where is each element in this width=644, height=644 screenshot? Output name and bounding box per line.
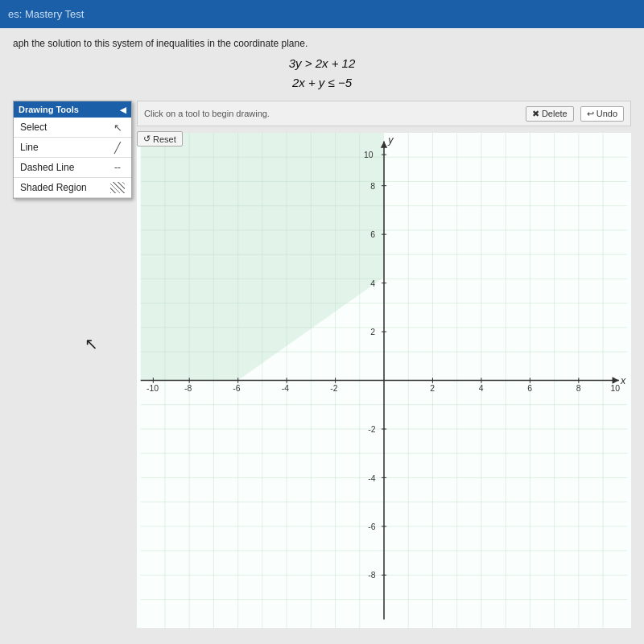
mouse-cursor: ↖ — [85, 334, 98, 353]
graph-svg: x y -8 -6 -4 -2 2 4 6 8 -10 10 — [137, 133, 631, 628]
toolbar-area: Click on a tool to begin drawing. ✖ Dele… — [137, 101, 631, 126]
drawing-tools-header: Drawing Tools ◀ — [14, 101, 131, 118]
tool-dashed-line[interactable]: Dashed Line — [14, 158, 131, 178]
drawing-tools-panel: Drawing Tools ◀ Select Line Dashed Line … — [13, 101, 132, 199]
reset-button[interactable]: ↺ Reset — [137, 131, 183, 147]
tool-select-label: Select — [20, 122, 47, 133]
svg-text:-6: -6 — [368, 522, 375, 531]
top-bar: es: Mastery Test — [0, 0, 644, 28]
tool-dashed-label: Dashed Line — [20, 162, 74, 173]
select-icon — [110, 122, 125, 133]
svg-text:4: 4 — [370, 279, 375, 288]
x-axis-label: x — [620, 375, 626, 386]
line-icon — [110, 142, 125, 153]
svg-text:-8: -8 — [184, 384, 192, 393]
svg-text:-6: -6 — [233, 384, 240, 393]
main-content: aph the solution to this system of inequ… — [0, 28, 644, 644]
svg-text:-2: -2 — [330, 384, 337, 393]
undo-icon: ↩ — [587, 109, 594, 119]
drawing-tools-title: Drawing Tools — [19, 105, 79, 114]
toolbar-hint: Click on a tool to begin drawing. — [144, 109, 519, 118]
tool-shaded-region[interactable]: Shaded Region — [14, 178, 131, 198]
svg-text:-10: -10 — [147, 384, 159, 393]
top-bar-title: es: Mastery Test — [8, 8, 84, 20]
svg-text:8: 8 — [576, 384, 581, 393]
instructions-text: aph the solution to this system of inequ… — [13, 38, 631, 49]
svg-text:10: 10 — [364, 151, 374, 159]
y-axis-label: y — [387, 134, 394, 146]
svg-text:6: 6 — [370, 230, 375, 239]
svg-text:-4: -4 — [282, 384, 289, 393]
svg-text:6: 6 — [527, 384, 532, 393]
shaded-region-icon — [110, 182, 125, 193]
dashed-line-icon — [110, 162, 125, 173]
svg-text:-2: -2 — [368, 425, 375, 434]
equation-line2: 2x + y ≤ −5 — [13, 73, 631, 93]
svg-text:2: 2 — [430, 384, 435, 393]
svg-text:-8: -8 — [368, 572, 375, 580]
delete-label: Delete — [542, 109, 568, 118]
svg-text:8: 8 — [370, 182, 375, 191]
reset-icon: ↺ — [143, 134, 151, 144]
tool-line[interactable]: Line — [14, 138, 131, 158]
equation-block: 3y > 2x + 12 2x + y ≤ −5 — [13, 54, 631, 93]
reset-area: ↺ Reset — [137, 131, 183, 147]
reset-label: Reset — [153, 134, 176, 144]
collapse-icon[interactable]: ◀ — [120, 105, 126, 114]
delete-icon: ✖ — [532, 109, 539, 119]
delete-button[interactable]: ✖ Delete — [526, 106, 574, 122]
undo-label: Undo — [597, 109, 617, 118]
svg-text:2: 2 — [370, 328, 375, 336]
equation-line1: 3y > 2x + 12 — [13, 54, 631, 73]
svg-text:4: 4 — [479, 384, 484, 393]
graph-container[interactable]: x y -8 -6 -4 -2 2 4 6 8 -10 10 — [137, 133, 631, 628]
svg-text:10: 10 — [610, 384, 620, 393]
svg-text:-4: -4 — [368, 474, 375, 483]
undo-button[interactable]: ↩ Undo — [580, 106, 624, 122]
tool-select[interactable]: Select — [14, 118, 131, 138]
tool-line-label: Line — [20, 142, 39, 153]
tool-shaded-label: Shaded Region — [20, 182, 87, 193]
